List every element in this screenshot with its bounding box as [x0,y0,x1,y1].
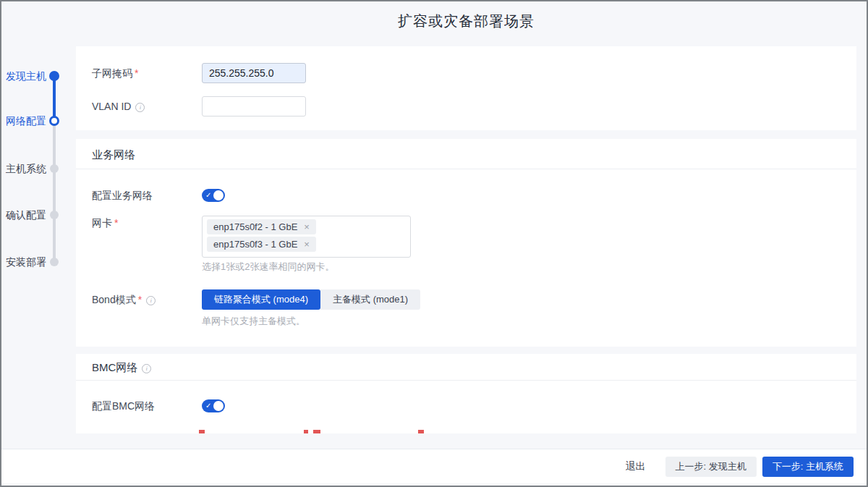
vlan-id-label: VLAN IDi [92,96,145,117]
info-icon[interactable]: i [135,103,145,112]
clipped-content [199,430,205,433]
section-title: 业务网络 [92,148,135,162]
prev-step-button[interactable]: 上一步: 发现主机 [665,457,757,477]
nic-multiselect[interactable]: enp175s0f2 - 1 GbE× enp175s0f3 - 1 GbE× [202,216,411,258]
info-icon[interactable]: i [142,364,151,373]
business-network-toggle[interactable]: ✓ [202,189,225,202]
check-icon: ✓ [205,190,211,200]
bond-mode-label: Bond模式*i [92,289,156,310]
bond-mode4-button[interactable]: 链路聚合模式 (mode4) [202,289,320,310]
subnet-mask-input[interactable] [202,63,306,83]
step-dot-current-icon [49,116,59,126]
nic-tag: enp175s0f3 - 1 GbE× [207,237,316,252]
bond-mode-hint: 单网卡仅支持主备模式。 [202,315,305,328]
configure-bmc-network-label: 配置BMC网络 [92,396,155,416]
bond-mode1-button[interactable]: 主备模式 (mode1) [320,289,420,310]
required-asterisk: * [135,67,138,79]
clipped-content [304,430,308,433]
nic-tag: enp175s0f2 - 1 GbE× [207,219,316,234]
remove-tag-icon[interactable]: × [304,239,310,250]
subnet-mask-label: 子网掩码* [92,63,138,83]
deployment-wizard-dialog: 扩容或灾备部署场景 发现主机 网络配置 主机系统 确认配置 安装部署 子网掩码* [0,0,868,487]
info-icon[interactable]: i [146,296,156,305]
toggle-knob [213,190,224,200]
bmc-network-header: BMC网络i [76,354,856,381]
step-host-system[interactable]: 主机系统 [1,161,74,176]
nic-label: 网卡* [92,213,118,233]
remove-tag-icon[interactable]: × [304,221,310,232]
toggle-knob [213,401,224,411]
section-title: BMC网络i [92,361,151,375]
configure-business-network-label: 配置业务网络 [92,185,153,206]
clipped-content [418,430,424,433]
step-sidebar: 发现主机 网络配置 主机系统 确认配置 安装部署 [1,1,74,436]
step-dot-pending-icon [50,258,59,266]
bmc-network-panel: BMC网络i 配置BMC网络 ✓ [76,354,856,433]
step-label: 确认配置 [1,208,46,222]
vlan-id-input[interactable] [202,96,306,117]
required-asterisk: * [138,294,142,305]
nic-hint: 选择1张或2张速率相同的网卡。 [202,261,334,274]
step-label: 安装部署 [1,255,46,269]
step-dot-pending-icon [50,211,59,219]
step-network-config[interactable]: 网络配置 [1,114,74,128]
check-icon: ✓ [205,401,211,411]
step-dot-pending-icon [50,164,59,173]
wizard-footer: 退出 上一步: 发现主机 下一步: 主机系统 [1,449,867,483]
business-network-panel: 业务网络 配置业务网络 ✓ 网卡* enp175s0f2 - 1 GbE× en… [76,139,856,347]
step-confirm-config[interactable]: 确认配置 [1,208,74,222]
step-dot-filled-icon [49,71,59,81]
general-network-panel: 子网掩码* VLAN IDi [76,46,856,130]
step-install-deploy[interactable]: 安装部署 [1,255,74,269]
bond-mode-segmented-control: 链路聚合模式 (mode4) 主备模式 (mode1) [202,289,420,310]
required-asterisk: * [114,217,118,229]
business-network-header: 业务网络 [76,139,856,169]
step-label: 发现主机 [1,69,46,83]
next-step-button[interactable]: 下一步: 主机系统 [762,457,854,477]
bmc-network-toggle[interactable]: ✓ [202,399,225,412]
step-discover-hosts[interactable]: 发现主机 [1,69,74,83]
step-connector-pending [53,121,56,263]
exit-button[interactable]: 退出 [626,460,646,473]
page-title: 扩容或灾备部署场景 [76,12,856,31]
step-label: 主机系统 [1,161,46,176]
step-label: 网络配置 [1,114,46,128]
clipped-content [313,430,320,433]
